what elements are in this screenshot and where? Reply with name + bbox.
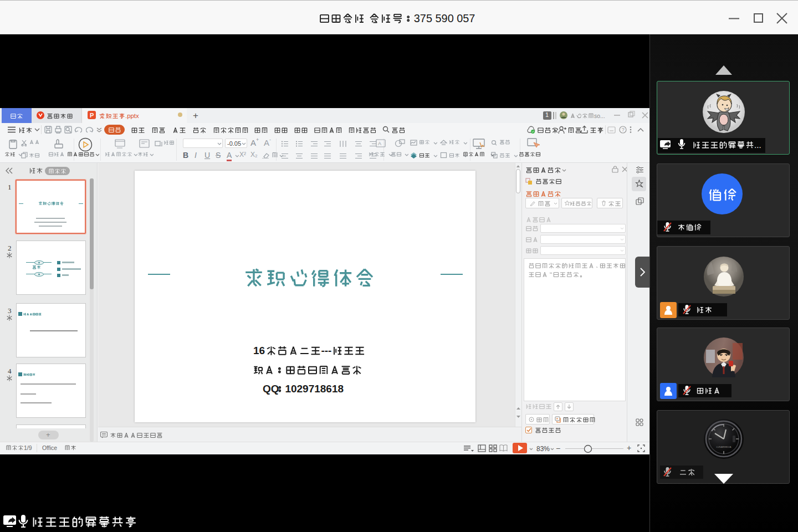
svg-text:1/9: 1/9 [24, 445, 32, 451]
svg-text:A: A [378, 141, 381, 146]
svg-text:Office: Office [42, 445, 57, 451]
svg-text:.pptx: .pptx [125, 112, 139, 119]
svg-text:...: ... [754, 140, 761, 150]
svg-text:16: 16 [253, 345, 265, 356]
svg-text:QQ: QQ [263, 383, 279, 395]
svg-text:1029718618: 1029718618 [285, 383, 344, 395]
svg-text:P: P [90, 112, 94, 119]
svg-text:?: ? [622, 127, 625, 132]
svg-text:so...: so... [594, 113, 605, 119]
svg-text:LUNARHEDIA: LUNARHEDIA [717, 446, 732, 448]
svg-text:---: --- [321, 345, 331, 356]
svg-text:375 590 057: 375 590 057 [414, 12, 475, 24]
